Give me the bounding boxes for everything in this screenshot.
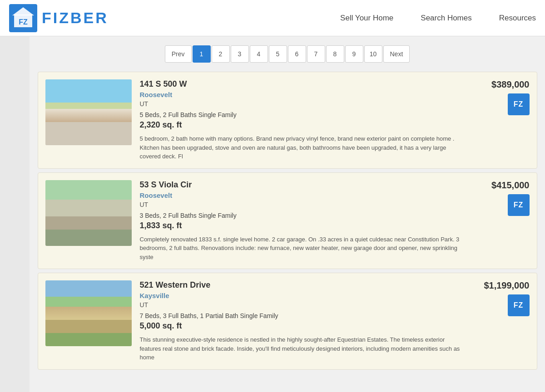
listing-details-2: 521 Western Drive Kaysville UT 7 Beds, 3… (140, 280, 467, 362)
page-button-2[interactable]: 2 (212, 45, 230, 63)
listing-right-0: $389,000 FZ (475, 79, 530, 161)
svg-marker-0 (12, 7, 34, 15)
house-photo-1 (45, 180, 132, 246)
listing-sqft-1: 1,833 sq. ft (140, 221, 467, 230)
listings-container: 141 S 500 W Roosevelt UT 5 Beds, 2 Full … (38, 72, 537, 370)
listing-beds-1: 3 Beds, 2 Full Baths Single Family (140, 212, 467, 219)
listing-state-1: UT (140, 201, 467, 208)
logo-box: FZ (9, 4, 37, 32)
fz-badge-0: FZ (508, 93, 530, 115)
listing-desc-0: 5 bedroom, 2 bath home with many options… (140, 134, 467, 161)
svg-text:FZ: FZ (19, 18, 28, 26)
listing-image-1 (45, 180, 132, 246)
fz-badge-1: FZ (508, 194, 530, 216)
fz-badge-2: FZ (508, 294, 530, 316)
listing-right-2: $1,199,000 FZ (475, 280, 530, 362)
logo-wrap: FZ FIZBER (9, 4, 109, 32)
listing-city-0: Roosevelt (140, 91, 467, 98)
listing-beds-0: 5 Beds, 2 Full Baths Single Family (140, 111, 467, 118)
listing-desc-1: Completely renovated 1833 s.f. single le… (140, 235, 467, 262)
listing-card-2[interactable]: 521 Western Drive Kaysville UT 7 Beds, 3… (38, 273, 537, 370)
listing-details-1: 53 S Viola Cir Roosevelt UT 3 Beds, 2 Fu… (140, 180, 467, 262)
page-button-9[interactable]: 9 (345, 45, 363, 63)
listing-sqft-2: 5,000 sq. ft (140, 321, 467, 331)
house-photo-0 (45, 79, 132, 145)
listing-city-1: Roosevelt (140, 191, 467, 199)
listing-right-1: $415,000 FZ (475, 180, 530, 262)
page-button-8[interactable]: 8 (326, 45, 344, 63)
page-button-7[interactable]: 7 (307, 45, 325, 63)
left-strip (0, 36, 30, 392)
page-button-6[interactable]: 6 (288, 45, 306, 63)
header: FZ FIZBER Sell Your Home Search Homes Re… (0, 0, 545, 36)
page-button-3[interactable]: 3 (231, 45, 249, 63)
prev-button[interactable]: Prev (165, 45, 192, 63)
next-button[interactable]: Next (383, 45, 410, 63)
page-wrap: Prev 1 2 3 4 5 6 7 8 9 10 Next 141 S 500… (0, 36, 545, 392)
page-button-5[interactable]: 5 (269, 45, 287, 63)
listing-price-1: $415,000 (491, 180, 529, 191)
listing-image-2 (45, 280, 132, 346)
listing-price-2: $1,199,000 (484, 280, 529, 291)
page-button-4[interactable]: 4 (250, 45, 268, 63)
listing-image-0 (45, 79, 132, 145)
page-button-1[interactable]: 1 (193, 45, 211, 63)
listing-price-0: $389,000 (491, 79, 529, 90)
nav-links: Sell Your Home Search Homes Resources (340, 14, 536, 23)
listing-card-0[interactable]: 141 S 500 W Roosevelt UT 5 Beds, 2 Full … (38, 72, 537, 169)
pagination: Prev 1 2 3 4 5 6 7 8 9 10 Next (38, 45, 537, 63)
listing-desc-2: This stunning executive-style residence … (140, 335, 467, 362)
listing-state-2: UT (140, 301, 467, 309)
listing-card-1[interactable]: 53 S Viola Cir Roosevelt UT 3 Beds, 2 Fu… (38, 172, 537, 270)
listing-address-1: 53 S Viola Cir (140, 180, 467, 190)
listing-address-0: 141 S 500 W (140, 79, 467, 89)
house-photo-2 (45, 280, 132, 346)
nav-resources[interactable]: Resources (499, 14, 536, 23)
nav-search[interactable]: Search Homes (421, 14, 471, 23)
listing-city-2: Kaysville (140, 292, 467, 299)
listing-sqft-0: 2,320 sq. ft (140, 120, 467, 130)
listing-address-2: 521 Western Drive (140, 280, 467, 290)
page-button-10[interactable]: 10 (364, 45, 382, 63)
brand-name: FIZBER (42, 9, 109, 27)
listing-details-0: 141 S 500 W Roosevelt UT 5 Beds, 2 Full … (140, 79, 467, 161)
nav-sell[interactable]: Sell Your Home (340, 14, 393, 23)
main-content: Prev 1 2 3 4 5 6 7 8 9 10 Next 141 S 500… (33, 36, 542, 392)
listing-beds-2: 7 Beds, 3 Full Baths, 1 Partial Bath Sin… (140, 312, 467, 319)
listing-state-0: UT (140, 100, 467, 108)
